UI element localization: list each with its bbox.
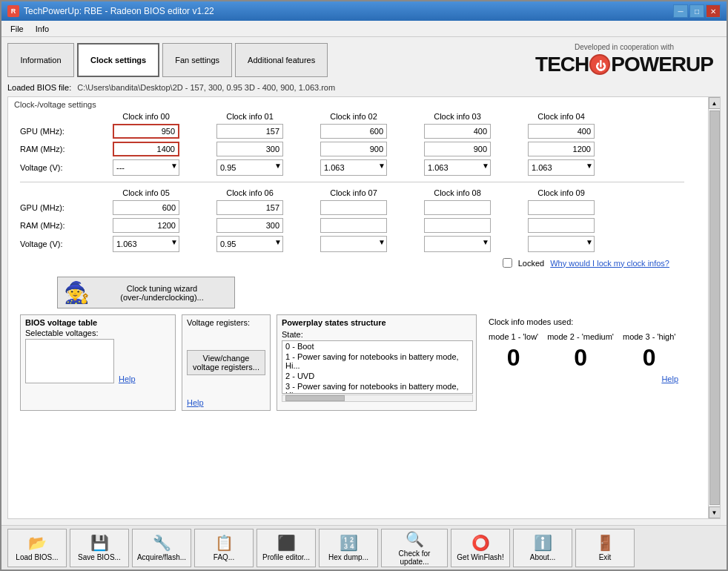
bottom-panels: BIOS voltage table Selectable voltages: … — [20, 314, 684, 411]
toolbar: 📂 Load BIOS... 💾 Save BIOS... 🔧 Acquire/… — [1, 525, 727, 570]
col-header-08: Clock info 08 — [406, 188, 509, 197]
scrollbar[interactable]: ▲ ▼ — [708, 97, 720, 518]
voltage-row-2: Voltage (V): 1.0630.95 ▼ 0.951.063 — [20, 236, 684, 252]
gpu-input-04[interactable] — [528, 124, 595, 139]
view-change-registers-button[interactable]: View/change voltage registers... — [187, 350, 265, 375]
clock-modes-help-link[interactable]: Help — [489, 374, 678, 383]
get-winflash-button[interactable]: ⭕ Get WinFlash! — [451, 529, 510, 567]
wizard-button[interactable]: 🧙 Clock tuning wizard (over-/underclocki… — [57, 277, 235, 308]
pp-state-1[interactable]: 1 - Power saving for notebooks in batter… — [282, 351, 472, 371]
gpu-input-02[interactable] — [320, 124, 387, 139]
gpu-input-07[interactable] — [320, 200, 387, 215]
registers-help-link[interactable]: Help — [187, 398, 265, 407]
col-header-00: Clock info 00 — [94, 112, 198, 121]
close-button[interactable]: ✕ — [706, 4, 721, 18]
mode2-area: mode 2 - 'medium' 0 — [547, 332, 614, 372]
voltage-select-09[interactable] — [528, 236, 595, 252]
load-bios-button[interactable]: 📂 Load BIOS... — [7, 529, 67, 567]
powerplay-scroll-thumb[interactable] — [285, 395, 345, 401]
window-controls: ─ □ ✕ — [673, 4, 721, 18]
mode3-area: mode 3 - 'high' 0 — [623, 332, 675, 372]
gpu-input-03[interactable] — [424, 124, 491, 139]
exit-button[interactable]: 🚪 Exit — [575, 529, 635, 567]
exit-icon: 🚪 — [596, 534, 615, 552]
voltage-select-02[interactable]: 1.0630.951.013 — [320, 159, 387, 176]
clock-modes-panel: Clock info modes used: mode 1 - 'low' 0 … — [483, 314, 684, 411]
faq-button[interactable]: 📋 FAQ... — [194, 529, 254, 567]
maximize-button[interactable]: □ — [689, 4, 704, 18]
header-area: Information Clock settings Fan settings … — [7, 43, 721, 77]
ram-input-01[interactable] — [216, 142, 283, 156]
voltage-help-link[interactable]: Help — [119, 374, 136, 383]
hex-dump-button[interactable]: 🔢 Hex dump... — [319, 529, 378, 567]
ram-input-06[interactable] — [216, 218, 283, 233]
hex-dump-icon: 🔢 — [340, 534, 358, 552]
voltage-select-03[interactable]: 1.0630.951.013 — [424, 159, 491, 176]
scroll-up-button[interactable]: ▲ — [709, 97, 721, 109]
check-update-button[interactable]: 🔍 Check for update... — [381, 529, 448, 567]
tab-clock-settings[interactable]: Clock settings — [77, 43, 159, 77]
voltage-table-title: BIOS voltage table — [25, 318, 171, 327]
ram-input-09[interactable] — [528, 218, 595, 233]
mode3-label: mode 3 - 'high' — [623, 332, 675, 341]
voltage-select-08[interactable] — [424, 236, 491, 252]
ram-input-08[interactable] — [424, 218, 491, 233]
voltage-select-00[interactable]: ---0.951.0131.0251.063 — [113, 159, 179, 176]
gpu-input-05[interactable] — [113, 200, 179, 215]
menu-file[interactable]: File — [4, 23, 30, 35]
tab-information[interactable]: Information — [7, 43, 74, 77]
gpu-input-00[interactable] — [113, 124, 179, 139]
tab-additional-features[interactable]: Additional features — [235, 43, 328, 77]
voltage-row-1: Voltage (V): ---0.951.0131.0251.063 ▼ — [20, 159, 684, 176]
profile-editor-button[interactable]: ⬛ Profile editor... — [257, 529, 316, 567]
clock-voltage-group: Clock-/voltage settings ▲ ▼ Clock info 0… — [7, 96, 721, 519]
tab-fan-settings[interactable]: Fan settings — [162, 43, 232, 77]
voltage-select-07[interactable] — [320, 236, 387, 252]
save-bios-button[interactable]: 💾 Save BIOS... — [70, 529, 129, 567]
ram-input-05[interactable] — [113, 218, 179, 233]
powerplay-panel: Powerplay states structure State: 0 - Bo… — [277, 314, 477, 411]
voltage-select-04[interactable]: 1.0630.951.013 — [528, 159, 595, 176]
col-header-04: Clock info 04 — [509, 112, 613, 121]
locked-area: Locked Why would I lock my clock infos? — [20, 258, 684, 268]
profile-editor-icon: ⬛ — [277, 534, 296, 552]
pp-state-2[interactable]: 2 - UVD — [282, 371, 472, 381]
ram-label-2: RAM (MHz): — [20, 221, 94, 230]
locked-label: Locked — [518, 259, 544, 268]
menu-info[interactable]: Info — [30, 23, 55, 35]
selectable-voltages-list[interactable] — [25, 339, 114, 383]
ram-input-07[interactable] — [320, 218, 387, 233]
voltage-select-05[interactable]: 1.0630.95 — [113, 236, 179, 252]
gpu-input-08[interactable] — [424, 200, 491, 215]
powerplay-scrollbar[interactable] — [282, 395, 473, 402]
scroll-thumb[interactable] — [709, 110, 720, 505]
load-bios-icon: 📂 — [28, 534, 47, 552]
acquire-flash-icon: 🔧 — [153, 534, 171, 552]
about-button[interactable]: ℹ️ About... — [513, 529, 572, 567]
pp-state-3[interactable]: 3 - Power saving for notebooks in batter… — [282, 381, 472, 394]
get-winflash-icon: ⭕ — [471, 534, 490, 552]
scroll-down-button[interactable]: ▼ — [709, 506, 721, 518]
voltage-select-06[interactable]: 0.951.063 — [216, 236, 283, 252]
ram-input-02[interactable] — [320, 142, 387, 156]
gpu-row-1: GPU (MHz): — [20, 124, 684, 139]
gpu-input-09[interactable] — [528, 200, 595, 215]
mode1-value: 0 — [489, 344, 538, 372]
main-content: Information Clock settings Fan settings … — [1, 37, 727, 525]
ram-row-1: RAM (MHz): — [20, 142, 684, 156]
voltage-select-01[interactable]: 0.951.0131.063 — [216, 159, 283, 176]
powerplay-title: Powerplay states structure — [282, 318, 471, 327]
bios-label: Loaded BIOS file: — [7, 83, 71, 92]
ram-input-03[interactable] — [424, 142, 491, 156]
ram-input-00[interactable] — [113, 142, 179, 156]
lock-info-link[interactable]: Why would I lock my clock infos? — [550, 259, 669, 268]
minimize-button[interactable]: ─ — [673, 4, 688, 18]
acquire-flash-button[interactable]: 🔧 Acquire/flash... — [132, 529, 191, 567]
powerplay-states-list[interactable]: 0 - Boot 1 - Power saving for notebooks … — [282, 340, 473, 394]
gpu-input-01[interactable] — [216, 124, 283, 139]
pp-state-0[interactable]: 0 - Boot — [282, 341, 472, 351]
about-icon: ℹ️ — [534, 534, 552, 552]
gpu-input-06[interactable] — [216, 200, 283, 215]
ram-input-04[interactable] — [528, 142, 595, 156]
locked-checkbox[interactable] — [503, 258, 512, 268]
